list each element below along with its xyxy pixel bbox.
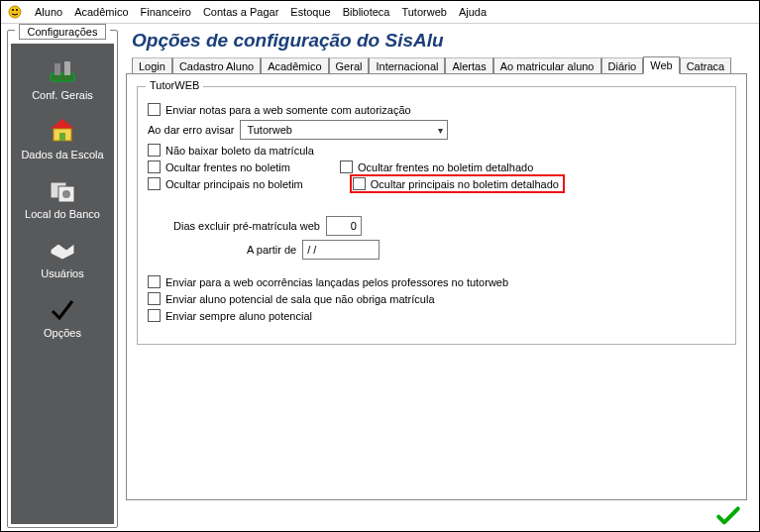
- sidebar-item-dados-escola[interactable]: Dados da Escola: [11, 111, 114, 166]
- sidebar-item-usuarios[interactable]: Usuários: [11, 230, 114, 285]
- tab-academico[interactable]: Acadêmico: [261, 57, 328, 74]
- svg-point-2: [16, 9, 18, 11]
- chk-enviar-sempre-potencial[interactable]: Enviar sempre aluno potencial: [148, 309, 725, 322]
- chk-enviar-notas-autorizacao[interactable]: Enviar notas para a web somente com auto…: [148, 103, 725, 116]
- label-ao-erro: Ao dar erro avisar: [148, 124, 234, 136]
- svg-rect-3: [51, 73, 74, 81]
- chevron-down-icon: ▾: [438, 125, 443, 136]
- menu-aluno[interactable]: Aluno: [35, 6, 62, 18]
- page-title: Opções de configuração do SisAlu: [132, 30, 749, 52]
- sidebar-item-label: Dados da Escola: [21, 149, 103, 160]
- menu-biblioteca[interactable]: Biblioteca: [343, 6, 390, 18]
- chk-label: Ocultar frentes no boletim detalhado: [358, 161, 533, 173]
- tab-web[interactable]: Web: [643, 56, 679, 74]
- tab-diario[interactable]: Diário: [601, 57, 644, 74]
- disks-icon: [47, 174, 78, 206]
- label-dias-excluir: Dias excluir pré-matrícula web: [173, 220, 320, 232]
- sidebar-item-opcoes[interactable]: Opções: [11, 289, 114, 345]
- combo-value: Tutorweb: [247, 124, 291, 136]
- menu-academico[interactable]: Acadêmico: [74, 6, 128, 18]
- menubar: Aluno Acadêmico Financeiro Contas a Paga…: [1, 1, 759, 24]
- tab-alertas[interactable]: Alertas: [445, 57, 492, 74]
- svg-rect-5: [64, 61, 70, 75]
- group-tutorweb: TutorWEB Enviar notas para a web somente…: [137, 86, 736, 345]
- highlight-annotation: Ocultar principais no boletim detalhado: [350, 174, 565, 193]
- tabstrip: Login Cadastro Aluno Acadêmico Geral Int…: [126, 53, 749, 73]
- ok-button[interactable]: [715, 504, 741, 526]
- chk-ocultar-frentes-boletim[interactable]: Ocultar frentes no boletim: [148, 160, 290, 173]
- svg-point-11: [62, 190, 70, 198]
- checkbox-icon: [148, 177, 161, 190]
- chk-label: Ocultar principais no boletim: [165, 178, 303, 190]
- checkbox-icon: [148, 144, 161, 157]
- app-logo-icon: [7, 4, 23, 20]
- check-icon: [47, 293, 78, 325]
- chk-enviar-ocorrencias[interactable]: Enviar para a web ocorrências lançadas p…: [148, 275, 725, 288]
- chk-ocultar-principais-boletim-det[interactable]: Ocultar principais no boletim detalhado: [353, 177, 559, 190]
- chk-ocultar-frentes-boletim-det[interactable]: Ocultar frentes no boletim detalhado: [340, 160, 533, 173]
- checkbox-icon: [353, 177, 366, 190]
- chk-ocultar-principais-boletim[interactable]: Ocultar principais no boletim: [148, 177, 303, 190]
- checkbox-icon: [148, 275, 161, 288]
- checkbox-icon: [148, 160, 161, 173]
- svg-point-0: [9, 6, 21, 18]
- tab-catraca[interactable]: Catraca: [680, 57, 732, 74]
- checkbox-icon: [148, 103, 161, 116]
- label-a-partir: A partir de: [247, 244, 296, 256]
- sidebar-item-label: Usuários: [41, 267, 83, 279]
- chk-enviar-aluno-potencial-sala[interactable]: Enviar aluno potencial de sala que não o…: [148, 292, 725, 305]
- group-title: TutorWEB: [146, 79, 203, 91]
- tools-icon: [47, 55, 78, 87]
- svg-rect-8: [59, 133, 65, 141]
- tab-ao-matricular[interactable]: Ao matricular aluno: [493, 57, 601, 74]
- checkbox-icon: [148, 292, 161, 305]
- chk-label: Enviar sempre aluno potencial: [165, 310, 312, 322]
- menu-estoque[interactable]: Estoque: [290, 6, 330, 18]
- menu-tutorweb[interactable]: Tutorweb: [401, 6, 446, 18]
- tab-geral[interactable]: Geral: [329, 57, 370, 74]
- sidebar-item-local-banco[interactable]: Local do Banco: [11, 170, 114, 226]
- tab-login[interactable]: Login: [132, 57, 172, 74]
- sidebar-item-label: Opções: [44, 327, 81, 339]
- sidebar: Configurações Conf. Gerais Dados da Esco…: [1, 24, 124, 532]
- input-dias-excluir[interactable]: 0: [326, 216, 362, 236]
- menu-contas[interactable]: Contas a Pagar: [203, 6, 278, 18]
- menu-ajuda[interactable]: Ajuda: [459, 6, 487, 18]
- svg-rect-4: [54, 63, 60, 75]
- chk-label: Enviar notas para a web somente com auto…: [165, 104, 411, 116]
- chk-label: Enviar aluno potencial de sala que não o…: [165, 293, 435, 305]
- tab-internacional[interactable]: Internacional: [369, 57, 445, 74]
- chk-label: Não baixar boleto da matrícula: [165, 145, 314, 157]
- chk-nao-baixar-boleto[interactable]: Não baixar boleto da matrícula: [148, 144, 725, 157]
- sidebar-item-label: Conf. Gerais: [32, 89, 93, 101]
- input-a-partir[interactable]: / /: [302, 240, 380, 260]
- tab-cadastro-aluno[interactable]: Cadastro Aluno: [172, 57, 261, 74]
- handshake-icon: [47, 234, 78, 266]
- checkbox-icon: [340, 160, 353, 173]
- school-icon: [47, 115, 78, 147]
- checkbox-icon: [148, 309, 161, 322]
- combo-ao-erro[interactable]: Tutorweb ▾: [240, 120, 448, 140]
- tab-panel-web: TutorWEB Enviar notas para a web somente…: [126, 73, 747, 500]
- chk-label: Enviar para a web ocorrências lançadas p…: [165, 276, 508, 288]
- chk-label: Ocultar frentes no boletim: [165, 161, 290, 173]
- svg-marker-6: [51, 119, 74, 129]
- chk-label: Ocultar principais no boletim detalhado: [371, 178, 559, 190]
- menu-financeiro[interactable]: Financeiro: [141, 6, 191, 18]
- sidebar-item-conf-gerais[interactable]: Conf. Gerais: [11, 52, 114, 107]
- sidebar-title: Configurações: [19, 24, 107, 40]
- svg-point-1: [12, 9, 14, 11]
- sidebar-item-label: Local do Banco: [25, 208, 100, 220]
